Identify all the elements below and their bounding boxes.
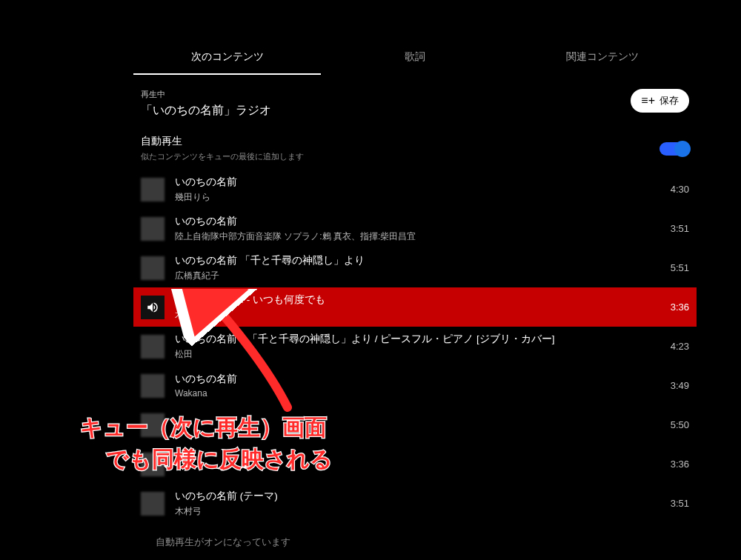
track-list: いのちの名前幾田りら4:30いのちの名前陸上自衛隊中部方面音楽隊 ソプラノ:鶫 …	[133, 170, 697, 523]
track-duration: 5:51	[663, 262, 689, 273]
track-artist: 木村弓	[175, 505, 663, 518]
track-meta: いのちの名前Wakana	[165, 373, 663, 399]
track-thumbnail	[141, 335, 165, 359]
track-row[interactable]: いのちの名前Wakana3:49	[133, 366, 697, 405]
tab-related[interactable]: 関連コンテンツ	[509, 43, 697, 75]
autoplay-row: 自動再生 似たコンテンツをキューの最後に追加します	[133, 119, 697, 162]
track-title: いのちの名前 「千と千尋の神隠し」より	[175, 254, 663, 267]
track-duration: 3:49	[663, 380, 689, 391]
track-row[interactable]: いのちの名前陸上自衛隊中部方面音楽隊 ソプラノ:鶫 真衣、指揮:柴田昌宜3:51	[133, 209, 697, 248]
autoplay-title: 自動再生	[141, 135, 304, 148]
track-meta: いのちの名前陸上自衛隊中部方面音楽隊 ソプラノ:鶫 真衣、指揮:柴田昌宜	[165, 215, 663, 243]
now-playing-title: 「いのちの名前」ラジオ	[141, 103, 271, 119]
track-title: いのちの名前～「千と千尋の神隠し」より / ピースフル・ピアノ [ジブリ・カバー…	[175, 333, 663, 346]
track-duration: 3:36	[663, 459, 689, 470]
track-title: いのちの名前	[175, 176, 663, 189]
track-duration: 5:50	[663, 419, 689, 430]
track-row[interactable]: いのちの名前 「千と千尋の神隠し」より広橋真紀子5:51	[133, 248, 697, 287]
track-artist: 幾田りら	[175, 191, 663, 204]
track-thumbnail	[141, 256, 165, 280]
autoplay-toggle[interactable]	[659, 142, 689, 156]
save-button[interactable]: ≡+ 保存	[631, 89, 689, 113]
track-meta: いのちの名前 「千と千尋の神隠し」より広橋真紀子	[165, 254, 663, 282]
track-row[interactable]: 3:36	[133, 444, 697, 484]
track-title: いのちの名前	[175, 215, 663, 228]
track-thumbnail	[141, 217, 165, 241]
track-meta	[165, 424, 663, 426]
track-meta: いのちの名前 (テーマ)木村弓	[165, 490, 663, 518]
now-playing-label: 再生中	[141, 89, 271, 100]
track-meta: Always with Me - いつも何度でも木村弓	[165, 293, 663, 321]
track-row[interactable]: Always with Me - いつも何度でも木村弓3:36	[133, 287, 697, 327]
speaker-icon	[141, 296, 165, 319]
track-meta: いのちの名前～「千と千尋の神隠し」より / ピースフル・ピアノ [ジブリ・カバー…	[165, 333, 663, 361]
track-meta	[165, 463, 663, 465]
track-duration: 4:30	[663, 184, 689, 195]
now-playing-header: 再生中 「いのちの名前」ラジオ ≡+ 保存	[133, 76, 697, 119]
track-thumbnail	[141, 453, 165, 476]
track-title: いのちの名前	[175, 373, 663, 386]
track-meta: いのちの名前幾田りら	[165, 176, 663, 204]
track-duration: 3:51	[663, 223, 689, 234]
tab-lyrics[interactable]: 歌詞	[321, 43, 508, 75]
track-artist: 陸上自衛隊中部方面音楽隊 ソプラノ:鶫 真衣、指揮:柴田昌宜	[175, 230, 663, 243]
playlist-add-icon: ≡+	[641, 95, 655, 107]
tab-bar: 次のコンテンツ 歌詞 関連コンテンツ	[133, 43, 697, 76]
track-row[interactable]: いのちの名前幾田りら4:30	[133, 170, 697, 209]
track-row[interactable]: 5:50	[133, 405, 697, 444]
track-thumbnail	[141, 413, 165, 437]
track-thumbnail	[141, 492, 165, 516]
track-duration: 3:51	[663, 498, 689, 509]
save-button-label: 保存	[659, 94, 679, 107]
track-artist: 広橋真紀子	[175, 270, 663, 282]
track-artist: Wakana	[175, 388, 663, 399]
track-title: いのちの名前 (テーマ)	[175, 490, 663, 503]
track-thumbnail	[141, 178, 165, 201]
track-duration: 3:36	[663, 301, 689, 313]
track-row[interactable]: いのちの名前 (テーマ)木村弓3:51	[133, 484, 697, 523]
track-duration: 4:23	[663, 341, 689, 352]
track-thumbnail	[141, 374, 165, 398]
queue-panel: 次のコンテンツ 歌詞 関連コンテンツ 再生中 「いのちの名前」ラジオ ≡+ 保存…	[133, 0, 697, 549]
track-row[interactable]: いのちの名前～「千と千尋の神隠し」より / ピースフル・ピアノ [ジブリ・カバー…	[133, 327, 697, 366]
track-artist: 木村弓	[175, 309, 663, 321]
track-artist: 松田	[175, 348, 663, 361]
autoplay-subtitle: 似たコンテンツをキューの最後に追加します	[141, 151, 304, 162]
tab-upnext[interactable]: 次のコンテンツ	[133, 43, 321, 75]
autoplay-on-message: 自動再生がオンになっています	[133, 523, 697, 549]
track-title: Always with Me - いつも何度でも	[175, 293, 663, 307]
